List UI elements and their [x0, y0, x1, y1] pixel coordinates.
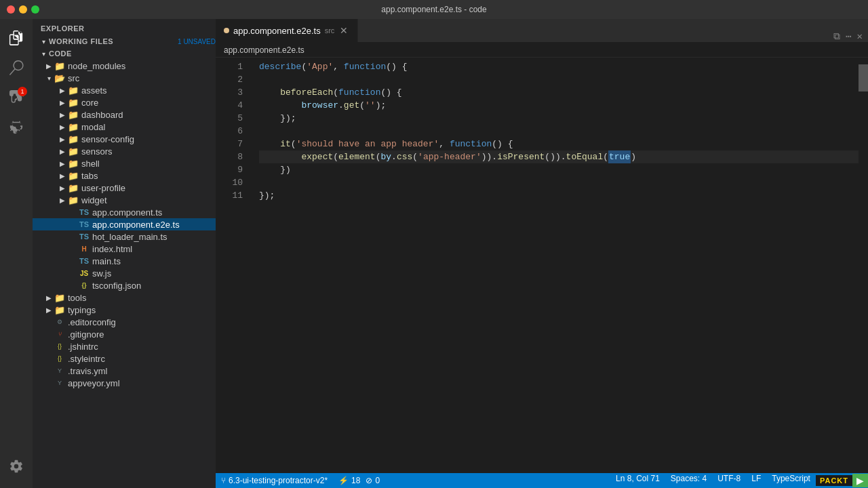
- tree-tabs[interactable]: ▶ 📁 tabs: [33, 169, 216, 182]
- status-branch[interactable]: ⑂ 6.3-ui-testing-protractor-v2*: [216, 473, 333, 488]
- breadcrumb-root: app.component.e2e.ts: [224, 45, 304, 55]
- tree-index-html[interactable]: ▶ H index.html: [33, 243, 216, 255]
- tree-dashboard[interactable]: ▶ 📁 dashboard: [33, 108, 216, 121]
- status-language[interactable]: TypeScript: [766, 474, 816, 483]
- line-numbers: 1 2 3 4 5 6 7 8 9 10 11: [216, 58, 248, 473]
- code-line-4: browser.get('');: [259, 99, 859, 112]
- scrollbar-track[interactable]: [859, 58, 868, 473]
- tab-modified-dot: [224, 28, 229, 33]
- sidebar: EXPLORER ▾ WORKING FILES 1 UNSAVED ▾ COD…: [33, 19, 216, 488]
- search-activity-icon[interactable]: [3, 54, 30, 81]
- window-controls: [7, 5, 39, 14]
- tree-sensors[interactable]: ▶ 📁 sensors: [33, 145, 216, 157]
- code-line-1: describe('App', function() {: [259, 60, 859, 73]
- working-files-header[interactable]: ▾ WORKING FILES 1 UNSAVED: [33, 35, 216, 47]
- tree-styleintrc[interactable]: ▶ {} .styleintrc: [33, 352, 216, 365]
- breadcrumb: app.component.e2e.ts: [216, 43, 868, 58]
- scrollbar-thumb[interactable]: [859, 64, 868, 92]
- folder-icon: 📁: [68, 146, 79, 157]
- tab-app-component-e2e[interactable]: app.component.e2e.ts src ✕: [216, 19, 358, 42]
- status-errors[interactable]: ⚡ 18 ⊘ 0: [333, 473, 385, 488]
- folder-icon: 📁: [54, 304, 65, 315]
- status-eol-label: LF: [751, 474, 761, 483]
- code-line-10: [259, 176, 859, 189]
- tree-main-ts[interactable]: ▶ TS main.ts: [33, 255, 216, 267]
- editor-content[interactable]: 1 2 3 4 5 6 7 8 9 10 11 describe('App', …: [216, 58, 868, 473]
- tree-typings[interactable]: ▶ 📁 typings: [33, 304, 216, 316]
- tree-appveyor[interactable]: ▶ Y appveyor.yml: [33, 377, 216, 389]
- activity-bar: 1: [0, 19, 33, 488]
- ts-file-icon: TS: [79, 219, 90, 230]
- code-line-2: [259, 73, 859, 86]
- more-actions-icon[interactable]: ⋯: [846, 30, 851, 42]
- status-bar: ⑂ 6.3-ui-testing-protractor-v2* ⚡ 18 ⊘ 0…: [216, 473, 868, 488]
- status-language-label: TypeScript: [772, 474, 810, 483]
- status-spaces[interactable]: Spaces: 4: [665, 474, 712, 483]
- tab-label: app.component.e2e.ts: [233, 26, 321, 36]
- tree-src[interactable]: ▾ 📂 src: [33, 72, 216, 84]
- code-folder-label: CODE: [49, 49, 216, 58]
- folder-icon: 📁: [68, 195, 79, 205]
- git-file-icon: ⑂: [54, 329, 65, 340]
- tree-app-component-e2e-ts[interactable]: ▶ TS app.component.e2e.ts: [33, 218, 216, 230]
- warning-icon: ⚡: [338, 476, 349, 485]
- folder-icon: 📁: [68, 134, 79, 144]
- status-encoding[interactable]: UTF-8: [712, 474, 746, 483]
- folder-icon: 📁: [68, 182, 79, 193]
- tree-hot-loader[interactable]: ▶ TS hot_loader_main.ts: [33, 230, 216, 243]
- tree-assets[interactable]: ▶ 📁 assets: [33, 84, 216, 96]
- tree-app-component-ts[interactable]: ▶ TS app.component.ts: [33, 206, 216, 218]
- debug-activity-icon[interactable]: [3, 114, 30, 141]
- tree-jshintrc[interactable]: ▶ {} .jshintrc: [33, 340, 216, 352]
- tree-widget[interactable]: ▶ 📁 widget: [33, 194, 216, 206]
- explorer-activity-icon[interactable]: [3, 24, 30, 52]
- packt-label: PACKT: [816, 475, 852, 486]
- tree-tsconfig[interactable]: ▶ {} tsconfig.json: [33, 279, 216, 291]
- close-button[interactable]: [7, 5, 15, 14]
- tree-editorconfig[interactable]: ▶ ⚙ .editorconfig: [33, 316, 216, 328]
- folder-icon: 📁: [68, 97, 79, 108]
- folder-icon: 📁: [68, 85, 79, 96]
- tree-user-profile[interactable]: ▶ 📁 user-profile: [33, 182, 216, 194]
- tab-bar: app.component.e2e.ts src ✕ ⧉ ⋯ ✕: [216, 19, 868, 43]
- code-line-3: beforeEach(function() {: [259, 86, 859, 99]
- split-editor-icon[interactable]: ⧉: [833, 31, 840, 42]
- folder-icon: 📁: [54, 292, 65, 303]
- tree-modal[interactable]: ▶ 📁 modal: [33, 121, 216, 133]
- tree-tools[interactable]: ▶ 📁 tools: [33, 291, 216, 304]
- settings-activity-icon[interactable]: [3, 453, 30, 480]
- tree-sensor-config[interactable]: ▶ 📁 sensor-config: [33, 133, 216, 145]
- code-editor[interactable]: describe('App', function() { beforeEach(…: [248, 58, 859, 473]
- ts-file-icon: TS: [79, 256, 90, 266]
- minimize-button[interactable]: [19, 5, 27, 14]
- code-folder-arrow: ▾: [38, 48, 49, 59]
- git-activity-icon[interactable]: 1: [3, 84, 30, 111]
- maximize-button[interactable]: [31, 5, 39, 14]
- tree-gitignore[interactable]: ▶ ⑂ .gitignore: [33, 328, 216, 340]
- status-cursor[interactable]: Ln 8, Col 71: [610, 474, 665, 483]
- tree-node-modules[interactable]: ▶ 📁 node_modules: [33, 60, 216, 72]
- status-eol[interactable]: LF: [746, 474, 766, 483]
- status-encoding-label: UTF-8: [717, 474, 741, 483]
- folder-icon: 📁: [68, 170, 79, 181]
- tree-sw-js[interactable]: ▶ JS sw.js: [33, 267, 216, 279]
- code-line-6: [259, 125, 859, 138]
- config-file-icon: ⚙: [54, 317, 65, 327]
- title-bar: app.component.e2e.ts - code: [0, 0, 868, 19]
- code-folder-header[interactable]: ▾ CODE: [33, 47, 216, 60]
- status-spaces-label: Spaces: 4: [671, 474, 707, 483]
- tree-shell[interactable]: ▶ 📁 shell: [33, 157, 216, 169]
- json-file-icon: {}: [79, 280, 90, 291]
- editor-area: app.component.e2e.ts src ✕ ⧉ ⋯ ✕ app.com…: [216, 19, 868, 488]
- working-files-badge: 1 UNSAVED: [178, 38, 216, 45]
- html-file-icon: H: [79, 243, 90, 254]
- status-errors-label: 18: [351, 476, 360, 485]
- status-branch-label: 6.3-ui-testing-protractor-v2*: [229, 476, 328, 485]
- close-editor-icon[interactable]: ✕: [857, 30, 863, 42]
- tree-travis[interactable]: ▶ Y .travis.yml: [33, 365, 216, 377]
- branch-icon: ⑂: [221, 476, 226, 485]
- tab-close-button[interactable]: ✕: [338, 25, 349, 36]
- packt-arrow-icon[interactable]: ▶: [852, 474, 868, 487]
- tree-core[interactable]: ▶ 📁 core: [33, 96, 216, 108]
- window-title: app.component.e2e.ts - code: [381, 5, 486, 14]
